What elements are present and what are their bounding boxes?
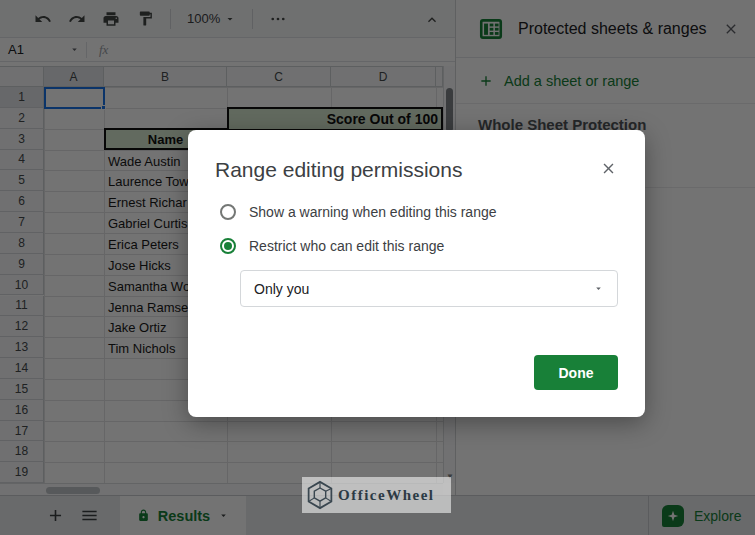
done-button[interactable]: Done (534, 355, 618, 390)
officewheel-watermark: OfficeWheel (302, 477, 451, 513)
option-restrict-edit[interactable]: Restrict who can edit this range (220, 238, 444, 254)
option-show-warning-label: Show a warning when editing this range (249, 204, 497, 220)
watermark-text: OfficeWheel (338, 487, 434, 504)
chevron-down-icon (593, 283, 604, 294)
radio-checked-icon[interactable] (220, 238, 236, 254)
editors-dropdown[interactable]: Only you (240, 270, 618, 307)
radio-unchecked-icon[interactable] (220, 204, 236, 220)
dialog-title: Range editing permissions (215, 158, 462, 182)
editors-dropdown-value: Only you (254, 281, 309, 297)
hexagon-logo-icon (306, 480, 334, 510)
option-restrict-edit-label: Restrict who can edit this range (249, 238, 444, 254)
range-editing-permissions-dialog: Range editing permissions Show a warning… (188, 130, 645, 417)
dialog-close-icon[interactable] (600, 160, 617, 177)
option-show-warning[interactable]: Show a warning when editing this range (220, 204, 497, 220)
